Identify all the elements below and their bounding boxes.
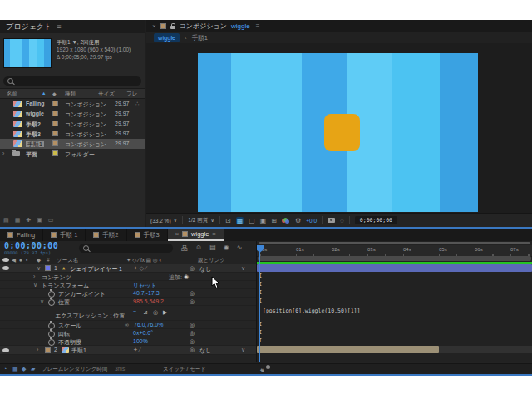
- switches-column-icons[interactable]: ✦ ◇ ∕ fx ▤ ◎ ◐: [126, 257, 162, 264]
- current-time-indicator-line[interactable]: [259, 245, 260, 362]
- property-pickwhip-icon[interactable]: ◎: [190, 330, 195, 337]
- stopwatch-icon[interactable]: [48, 323, 55, 329]
- expression-enable-icon[interactable]: =: [133, 309, 136, 315]
- audio-column-icon[interactable]: ◀: [12, 257, 16, 264]
- grid-options-icon[interactable]: ⊞: [271, 217, 277, 224]
- performance-icon[interactable]: ▰: [31, 366, 35, 372]
- region-of-interest-icon[interactable]: ⊡: [225, 217, 231, 224]
- property-pickwhip-icon[interactable]: ◎: [190, 290, 195, 297]
- timeline-search-field[interactable]: [79, 244, 173, 253]
- link-dimensions-icon[interactable]: ∞: [125, 322, 129, 328]
- timeline-tab-wiggle-active[interactable]: × wiggle ≡: [168, 229, 224, 241]
- new-composition-icon[interactable]: ▣: [37, 217, 42, 224]
- add-button-icon[interactable]: ◉: [184, 273, 189, 280]
- bit-depth-icon[interactable]: ▦: [15, 217, 21, 224]
- project-row-tejun3[interactable]: 手順3 コンポジション 29.97: [0, 129, 145, 139]
- interpret-footage-icon[interactable]: ▤: [3, 217, 9, 224]
- breadcrumb-current[interactable]: wiggle: [154, 33, 180, 42]
- solo-column-icon[interactable]: ●: [19, 257, 22, 263]
- footage-name[interactable]: 手順1 ▼, 2回使用: [57, 38, 131, 46]
- label-color-chip[interactable]: [52, 121, 58, 126]
- column-fps[interactable]: フレ: [126, 91, 137, 98]
- opacity-value[interactable]: 100%: [133, 338, 148, 344]
- render-queue-icon[interactable]: ◔: [3, 366, 7, 372]
- layer-switches[interactable]: ✦ ◇ ∕: [133, 265, 146, 272]
- anchor-value[interactable]: 40.7,-17.3: [133, 290, 160, 296]
- scale-value[interactable]: 76.0,76.0%: [134, 322, 163, 328]
- expression-code[interactable]: [position[0],wiggle(10,50)[1]]: [263, 308, 360, 314]
- delete-item-icon[interactable]: ▭: [48, 217, 54, 224]
- comp-viewer[interactable]: [146, 43, 532, 214]
- eye-icon[interactable]: [2, 266, 9, 270]
- channel-icon[interactable]: [282, 218, 290, 224]
- parent-link-column[interactable]: 親とリンク: [198, 257, 225, 264]
- comp-thumbnail[interactable]: [3, 38, 52, 68]
- stopwatch-icon[interactable]: [48, 299, 55, 306]
- timeline-tab-tejun2[interactable]: 手順2: [86, 229, 126, 241]
- expression-graph-icon[interactable]: ⊿: [143, 309, 148, 316]
- property-row-anchor-point[interactable]: アンカーポイント 40.7,-17.3 ◎: [0, 289, 256, 298]
- expression-pickwhip-icon[interactable]: ◎: [153, 309, 158, 316]
- twirl-open-icon[interactable]: ∨: [37, 265, 41, 272]
- new-folder-icon[interactable]: ✚: [26, 217, 31, 224]
- project-search-field[interactable]: [3, 76, 141, 86]
- composition-profiler-icon[interactable]: ◆: [22, 366, 26, 372]
- project-row-tejun1-selected[interactable]: 手順1 コンポジション 29.97: [0, 139, 145, 149]
- layer1-duration-bar[interactable]: [257, 264, 532, 272]
- label-color-chip[interactable]: [52, 131, 58, 136]
- property-row-rotation[interactable]: 回転 0x+0.0° ◎: [0, 329, 256, 337]
- parent-dropdown-value[interactable]: なし: [200, 347, 211, 355]
- twirl-closed-icon[interactable]: ›: [33, 273, 35, 279]
- sort-ascending-icon[interactable]: ▲: [42, 91, 46, 96]
- project-row-heimen-folder[interactable]: › 平面 フォルダー: [0, 149, 145, 159]
- mask-visibility-icon[interactable]: ▢: [249, 217, 255, 224]
- layer-label-chip[interactable]: [45, 265, 51, 271]
- timeline-tab-falling[interactable]: Falling: [0, 229, 43, 241]
- project-panel-tab[interactable]: プロジェクト ≡: [0, 20, 145, 33]
- panel-menu-icon[interactable]: ≡: [57, 22, 61, 31]
- orange-square-shape[interactable]: [324, 114, 360, 151]
- chevron-down-icon[interactable]: ∨: [241, 347, 245, 353]
- comp-canvas[interactable]: [198, 53, 478, 212]
- video-column-eye-icon[interactable]: [2, 258, 9, 262]
- position-value[interactable]: 985.5,549.2: [133, 298, 164, 304]
- stopwatch-icon[interactable]: [48, 291, 55, 298]
- timeline-tab-tejun1[interactable]: 手順 1: [43, 229, 86, 241]
- current-timecode[interactable]: 0;00;00;00: [4, 241, 58, 250]
- transparency-grid-icon[interactable]: ▦: [236, 217, 244, 224]
- breadcrumb-parent[interactable]: 手順1: [192, 34, 208, 42]
- parent-pickwhip-icon[interactable]: ◎: [190, 347, 195, 353]
- close-tab-icon[interactable]: ×: [175, 230, 179, 238]
- property-pickwhip-icon[interactable]: ◎: [190, 322, 195, 328]
- composition-panel-tab[interactable]: × コンポジション wiggle ≡: [146, 20, 532, 32]
- magnification-dropdown[interactable]: (33.2 %) ∨: [150, 217, 177, 224]
- time-ruler[interactable]: 0s 01s 02s 03s 04s 05s 06s 07s: [257, 245, 532, 257]
- layer-switches[interactable]: ✦ ∕: [133, 347, 140, 353]
- column-type[interactable]: 種類: [65, 91, 76, 98]
- project-row-falling[interactable]: Falling コンポジション 29.97 ∴: [0, 99, 145, 109]
- zoom-slider-knob[interactable]: [266, 365, 270, 369]
- column-name[interactable]: 名前: [7, 91, 17, 98]
- resolution-gear-icon[interactable]: ⚙: [295, 217, 301, 224]
- stopwatch-icon[interactable]: [48, 339, 55, 346]
- draft-3d-icon[interactable]: ▦: [12, 366, 18, 372]
- panel-menu-icon[interactable]: ≡: [212, 230, 215, 238]
- exposure-value[interactable]: +0.0: [306, 218, 317, 224]
- chevron-down-icon[interactable]: ∨: [241, 265, 245, 272]
- property-row-position[interactable]: ∨ 位置 985.5,549.2 ◎: [0, 298, 256, 306]
- switches-modes-toggle[interactable]: スイッチ / モード: [163, 366, 206, 373]
- graph-editor-icon[interactable]: ∿: [237, 244, 243, 253]
- close-tab-icon[interactable]: ×: [152, 22, 156, 30]
- label-color-chip[interactable]: [52, 140, 58, 146]
- property-row-scale[interactable]: スケール ∞ 76.0,76.0% ◎: [0, 321, 256, 329]
- property-row-opacity[interactable]: 不透明度 100% ◎: [0, 337, 256, 346]
- project-row-wiggle[interactable]: wiggle コンポジション 29.97: [0, 109, 145, 119]
- layer2-duration-bar[interactable]: [257, 346, 439, 353]
- number-column[interactable]: #: [47, 257, 50, 263]
- frame-blending-icon[interactable]: ▤: [209, 244, 216, 253]
- motion-blur-icon[interactable]: ◉: [224, 244, 229, 253]
- resolution-dropdown[interactable]: 1/2 画質 ∨: [188, 217, 214, 224]
- label-column-icon[interactable]: ◆: [52, 91, 57, 96]
- panel-menu-icon[interactable]: ≡: [256, 22, 260, 30]
- timeline-horizontal-scrollbar[interactable]: [259, 242, 530, 244]
